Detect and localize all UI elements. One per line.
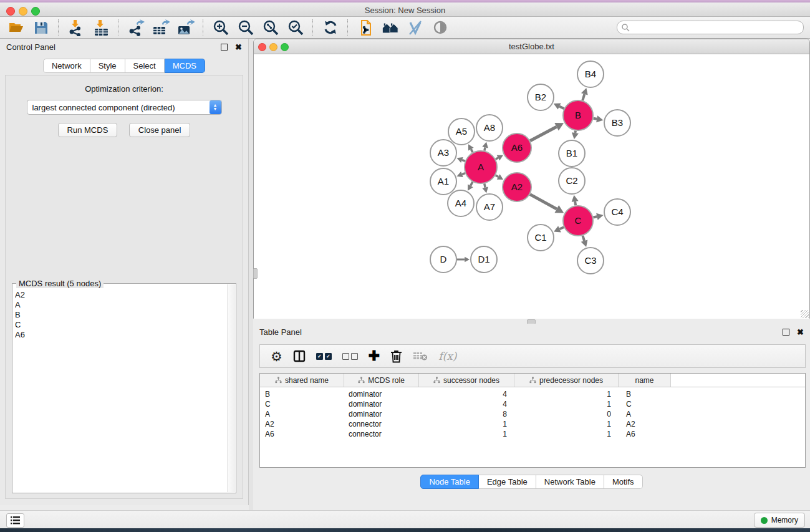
clone-network-icon[interactable] <box>357 19 374 36</box>
search-input[interactable] <box>630 22 803 33</box>
column-header-predecessor-nodes[interactable]: predecessor nodes <box>514 374 619 387</box>
export-image-icon[interactable] <box>177 19 195 36</box>
zoom-in-icon[interactable] <box>212 19 229 36</box>
graph-node-B4[interactable]: B4 <box>577 61 604 87</box>
graph-node-A5[interactable]: A5 <box>448 118 475 145</box>
graph-edge[interactable] <box>530 195 557 210</box>
graph-node-B1[interactable]: B1 <box>559 140 585 167</box>
graph-node-D1[interactable]: D1 <box>471 246 497 273</box>
column-header-name[interactable]: name <box>619 374 671 387</box>
mcds-result-item[interactable]: A <box>15 300 227 310</box>
close-panel-icon[interactable]: ✖ <box>797 328 804 336</box>
tab-edge-table[interactable]: Edge Table <box>479 475 536 489</box>
mcds-result-item[interactable]: A2 <box>15 290 227 300</box>
import-table-icon[interactable] <box>92 19 110 36</box>
export-network-icon[interactable] <box>127 19 145 36</box>
toggle-columns-icon[interactable] <box>293 350 306 362</box>
graph-node-B[interactable]: B <box>563 100 593 130</box>
graph-node-A8[interactable]: A8 <box>476 115 503 141</box>
graph-edge[interactable] <box>496 175 499 177</box>
mcds-result-item[interactable]: A6 <box>15 330 227 340</box>
open-session-icon[interactable] <box>7 19 25 36</box>
close-panel-button[interactable]: Close panel <box>129 123 191 137</box>
network-window-titlebar[interactable]: testGlobe.txt <box>254 39 809 54</box>
graph-node-C[interactable]: C <box>563 206 593 236</box>
table-row[interactable]: Bdominator41B <box>260 389 805 399</box>
column-header-shared-name[interactable]: shared name <box>260 374 344 387</box>
deselect-all-columns-icon[interactable] <box>342 353 358 360</box>
table-row[interactable]: Adominator80A <box>260 409 805 419</box>
column-header-mcds-role[interactable]: MCDS role <box>344 374 419 387</box>
table-row[interactable]: A6connector11A6 <box>260 429 805 439</box>
graph-edge[interactable] <box>593 216 597 217</box>
delete-column-icon[interactable] <box>390 350 402 363</box>
graph-edge[interactable] <box>471 149 473 152</box>
graph-edge[interactable] <box>496 158 498 159</box>
graph-node-C4[interactable]: C4 <box>604 199 630 225</box>
memory-button[interactable]: Memory <box>754 513 805 528</box>
graph-edge[interactable] <box>485 147 485 150</box>
zoom-selected-icon[interactable] <box>287 19 304 36</box>
tab-network[interactable]: Network <box>43 59 90 73</box>
float-panel-icon[interactable] <box>221 44 228 51</box>
graph-node-A3[interactable]: A3 <box>430 140 456 166</box>
table-row[interactable]: A2connector11A2 <box>260 419 805 429</box>
graph-node-A[interactable]: A <box>465 151 497 183</box>
graph-node-A2[interactable]: A2 <box>503 173 531 201</box>
graph-node-A6[interactable]: A6 <box>503 133 531 162</box>
delete-table-icon[interactable] <box>413 351 428 362</box>
mcds-result-item[interactable]: B <box>15 310 227 320</box>
run-mcds-button[interactable]: Run MCDS <box>58 123 118 137</box>
graph-edge[interactable] <box>530 127 556 140</box>
graph-node-B3[interactable]: B3 <box>604 110 630 136</box>
graph-node-C1[interactable]: C1 <box>528 225 554 251</box>
tab-network-table[interactable]: Network Table <box>536 475 604 489</box>
tab-node-table[interactable]: Node Table <box>420 475 479 489</box>
graph-edge[interactable] <box>462 173 465 175</box>
splitter-handle[interactable] <box>253 268 258 279</box>
show-hidden-icon[interactable] <box>432 19 449 36</box>
graph-edge[interactable] <box>559 107 564 109</box>
graph-edge[interactable] <box>575 201 576 205</box>
graph-edge[interactable] <box>485 183 485 187</box>
tab-mcds[interactable]: MCDS <box>165 59 205 73</box>
save-session-icon[interactable] <box>32 19 50 36</box>
graph-edge[interactable] <box>594 118 597 119</box>
import-network-icon[interactable] <box>67 19 85 36</box>
table-row[interactable]: Cdominator41C <box>260 399 805 409</box>
show-all-networks-icon[interactable] <box>382 19 399 36</box>
tab-select[interactable]: Select <box>125 59 165 73</box>
add-column-icon[interactable]: ✚ <box>369 349 380 363</box>
search-field[interactable] <box>617 21 804 34</box>
zoom-out-icon[interactable] <box>237 19 254 36</box>
zoom-fit-icon[interactable] <box>262 19 279 36</box>
resize-grip-icon[interactable] <box>801 310 809 318</box>
close-panel-icon[interactable]: ✖ <box>235 43 242 51</box>
graph-node-A7[interactable]: A7 <box>476 194 503 220</box>
graph-edge[interactable] <box>462 160 465 161</box>
refresh-icon[interactable] <box>322 19 339 36</box>
graph-node-C3[interactable]: C3 <box>577 248 604 274</box>
tab-motifs[interactable]: Motifs <box>604 475 643 489</box>
hide-selected-icon[interactable] <box>407 19 424 36</box>
graph-edge[interactable] <box>582 236 584 241</box>
graph-node-A4[interactable]: A4 <box>448 190 474 216</box>
graph-node-A1[interactable]: A1 <box>430 168 456 195</box>
settings-icon[interactable]: ⚙ <box>271 350 282 363</box>
graph-node-D[interactable]: D <box>430 246 456 273</box>
export-table-icon[interactable] <box>152 19 170 36</box>
mcds-result-scrollbar[interactable] <box>227 284 235 492</box>
tab-style[interactable]: Style <box>90 59 125 73</box>
select-all-columns-icon[interactable]: ✓✓ <box>316 353 332 360</box>
float-panel-icon[interactable] <box>783 329 789 336</box>
column-header-successor-nodes[interactable]: successor nodes <box>419 374 514 387</box>
graph-edge[interactable] <box>559 227 564 229</box>
graph-edge[interactable] <box>582 94 584 100</box>
graph-edge[interactable] <box>575 131 576 133</box>
network-canvas[interactable]: AA1A2A3A4A5A6A7A8BB1B2B3B4CC1C2C3C4DD1 <box>254 54 809 319</box>
task-history-button[interactable] <box>6 513 24 528</box>
panel-divider[interactable] <box>249 39 253 510</box>
graph-node-B2[interactable]: B2 <box>528 84 554 110</box>
graph-edge[interactable] <box>471 182 473 186</box>
mcds-result-item[interactable]: C <box>15 320 227 330</box>
